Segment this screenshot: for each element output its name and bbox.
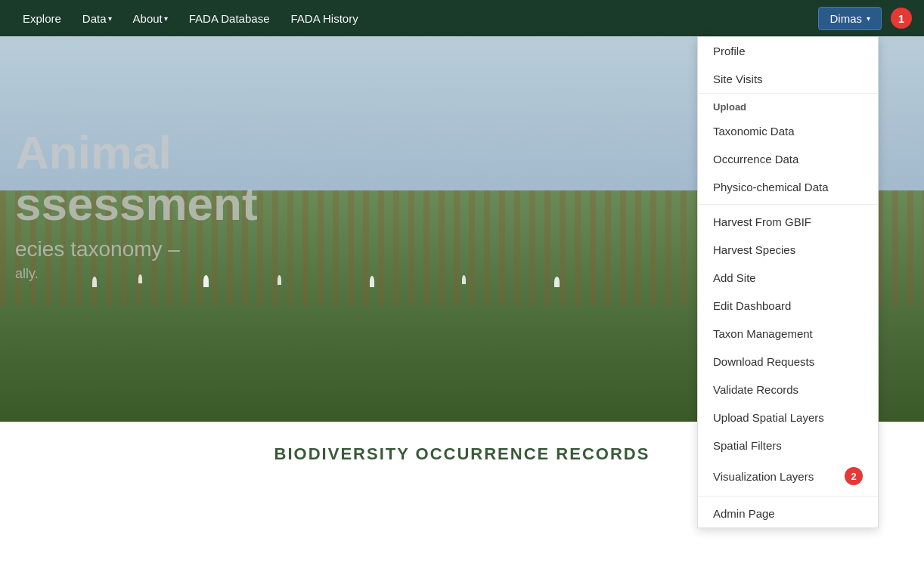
user-caret-icon: ▾: [867, 14, 870, 23]
dropdown-edit-dashboard[interactable]: Edit Dashboard: [698, 292, 878, 320]
navbar: Explore Data ▾ About ▾ FADA Database FAD…: [0, 0, 924, 36]
nav-about[interactable]: About ▾: [122, 0, 178, 36]
dropdown-validate-records[interactable]: Validate Records: [698, 376, 878, 404]
user-menu-button[interactable]: Dimas ▾: [818, 7, 882, 30]
dropdown-harvest-gbif[interactable]: Harvest From GBIF: [698, 208, 878, 236]
dropdown-profile[interactable]: Profile: [698, 37, 878, 65]
dropdown-taxon-management[interactable]: Taxon Management: [698, 320, 878, 348]
dropdown-divider-1: [698, 204, 878, 205]
notification-badge-1[interactable]: 1: [891, 8, 912, 29]
dropdown-download-requests[interactable]: Download Requests: [698, 348, 878, 376]
hero-text: Animal ssessment ecies taxonomy – ally.: [15, 127, 258, 282]
dropdown-physico-chemical-data[interactable]: Physico-chemical Data: [698, 173, 878, 201]
user-dropdown-menu: Profile Site Visits Upload Taxonomic Dat…: [697, 36, 879, 528]
dropdown-upload-spatial-layers[interactable]: Upload Spatial Layers: [698, 404, 878, 432]
dropdown-add-site[interactable]: Add Site: [698, 264, 878, 292]
dropdown-harvest-species[interactable]: Harvest Species: [698, 236, 878, 264]
nav-data[interactable]: Data ▾: [72, 0, 122, 36]
nav-fada-database[interactable]: FADA Database: [178, 0, 281, 36]
dropdown-occurrence-data[interactable]: Occurrence Data: [698, 145, 878, 173]
data-caret-icon: ▾: [108, 14, 112, 23]
nav-fada-history[interactable]: FADA History: [280, 0, 368, 36]
dropdown-divider-2: [698, 496, 878, 496]
dropdown-spatial-filters[interactable]: Spatial Filters: [698, 432, 878, 459]
dropdown-site-visits[interactable]: Site Visits: [698, 65, 878, 93]
dropdown-taxonomic-data[interactable]: Taxonomic Data: [698, 117, 878, 145]
nav-explore[interactable]: Explore: [12, 0, 72, 36]
dropdown-visualization-layers[interactable]: Visualization Layers 2: [698, 459, 878, 493]
about-caret-icon: ▾: [164, 14, 168, 23]
dropdown-upload-section: Upload: [698, 93, 878, 117]
visualization-layers-badge: 2: [845, 467, 863, 485]
dropdown-admin-page[interactable]: Admin Page: [698, 500, 878, 527]
